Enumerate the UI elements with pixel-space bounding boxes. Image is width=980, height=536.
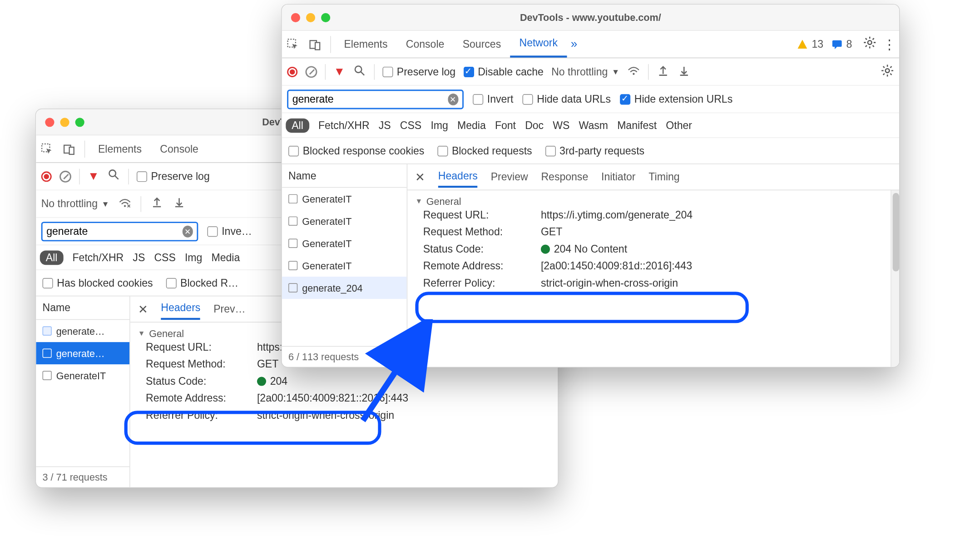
- has-blocked-cookies-checkbox[interactable]: Has blocked cookies: [43, 277, 153, 289]
- name-column-header[interactable]: Name: [282, 164, 407, 188]
- chip-css[interactable]: CSS: [154, 252, 175, 263]
- more-menu-icon[interactable]: ⋮: [880, 36, 899, 52]
- filter-input[interactable]: [292, 93, 444, 105]
- filter-input-wrap[interactable]: ✕: [287, 89, 464, 109]
- chip-js[interactable]: JS: [133, 252, 145, 263]
- general-section-title[interactable]: General: [415, 196, 891, 207]
- scrollbar[interactable]: [891, 190, 900, 367]
- clear-button[interactable]: [59, 170, 71, 182]
- settings-icon[interactable]: [860, 36, 880, 52]
- request-row[interactable]: GenerateIT: [282, 254, 407, 277]
- request-row[interactable]: GenerateIT: [282, 210, 407, 232]
- traffic-zoom[interactable]: [321, 13, 330, 22]
- chip-doc[interactable]: Doc: [525, 119, 544, 131]
- titlebar[interactable]: DevTools - www.youtube.com/: [282, 5, 899, 31]
- tab-network[interactable]: Network: [510, 31, 567, 58]
- traffic-minimize[interactable]: [306, 13, 315, 22]
- network-conditions-icon[interactable]: [627, 64, 640, 79]
- request-row[interactable]: GenerateIT: [282, 232, 407, 254]
- scrollbar-thumb[interactable]: [893, 193, 899, 272]
- chip-ws[interactable]: WS: [553, 119, 569, 131]
- preserve-log-checkbox[interactable]: Preserve log: [382, 66, 455, 78]
- invert-checkbox[interactable]: Invert: [473, 93, 513, 105]
- device-toolbar-icon[interactable]: [58, 142, 80, 155]
- import-har-icon[interactable]: [657, 64, 670, 79]
- tab-sources[interactable]: Sources: [454, 31, 510, 58]
- clear-button[interactable]: [305, 66, 317, 78]
- filter-input-wrap[interactable]: ✕: [41, 221, 198, 241]
- filter-toggle-icon[interactable]: ▼: [88, 169, 99, 183]
- clear-filter-icon[interactable]: ✕: [182, 225, 193, 237]
- chip-all[interactable]: All: [286, 118, 309, 133]
- request-row[interactable]: GenerateIT: [282, 188, 407, 210]
- disable-cache-checkbox[interactable]: Disable cache: [463, 66, 543, 78]
- invert-checkbox[interactable]: Inve…: [207, 225, 252, 237]
- throttle-select[interactable]: No throttling ▼: [551, 66, 619, 78]
- tab-timing[interactable]: Timing: [648, 167, 679, 187]
- name-column-header[interactable]: Name: [36, 296, 129, 320]
- export-har-icon[interactable]: [173, 196, 186, 212]
- filter-toggle-icon[interactable]: ▼: [333, 65, 345, 79]
- hide-extension-urls-checkbox[interactable]: Hide extension URLs: [620, 93, 733, 105]
- traffic-minimize[interactable]: [60, 117, 69, 126]
- chip-fetch[interactable]: Fetch/XHR: [318, 119, 370, 131]
- blocked-requests-checkbox[interactable]: Blocked R…: [166, 277, 238, 289]
- tab-elements[interactable]: Elements: [89, 135, 151, 162]
- tab-preview[interactable]: Preview: [491, 167, 528, 187]
- request-row[interactable]: generate…: [36, 320, 129, 342]
- third-party-requests-checkbox[interactable]: 3rd-party requests: [545, 145, 644, 157]
- network-settings-icon[interactable]: [881, 64, 894, 79]
- search-icon[interactable]: [353, 64, 366, 79]
- chip-css[interactable]: CSS: [400, 119, 421, 131]
- tab-response[interactable]: Response: [541, 167, 588, 187]
- kv-status-code: Status Code:204: [138, 373, 550, 390]
- more-tabs-icon[interactable]: »: [567, 37, 581, 51]
- blocked-response-cookies-checkbox[interactable]: Blocked response cookies: [288, 145, 424, 157]
- tab-elements[interactable]: Elements: [335, 31, 396, 58]
- chip-font[interactable]: Font: [495, 119, 516, 131]
- import-har-icon[interactable]: [150, 196, 163, 212]
- device-toolbar-icon[interactable]: [304, 38, 327, 51]
- hide-data-urls-checkbox[interactable]: Hide data URLs: [523, 93, 611, 105]
- inspect-icon[interactable]: [282, 38, 304, 51]
- throttle-select[interactable]: No throttling ▼: [41, 198, 109, 210]
- tab-headers[interactable]: Headers: [161, 298, 200, 320]
- record-button[interactable]: [41, 171, 52, 182]
- chip-all[interactable]: All: [40, 250, 64, 265]
- chip-media[interactable]: Media: [457, 119, 486, 131]
- chip-img[interactable]: Img: [185, 252, 202, 263]
- request-row[interactable]: generate…: [36, 342, 129, 364]
- chip-media[interactable]: Media: [212, 252, 240, 263]
- traffic-zoom[interactable]: [75, 117, 84, 126]
- tab-console[interactable]: Console: [151, 135, 208, 162]
- kv-status-code: Status Code:204 No Content: [415, 241, 891, 258]
- chip-fetch[interactable]: Fetch/XHR: [73, 252, 124, 263]
- tab-console[interactable]: Console: [397, 31, 454, 58]
- export-har-icon[interactable]: [678, 64, 691, 79]
- record-button[interactable]: [287, 66, 297, 77]
- chip-wasm[interactable]: Wasm: [579, 119, 608, 131]
- search-icon[interactable]: [107, 168, 120, 184]
- messages-badge[interactable]: 8: [831, 38, 852, 50]
- blocked-requests-checkbox[interactable]: Blocked requests: [437, 145, 532, 157]
- traffic-close[interactable]: [45, 117, 54, 126]
- filter-input[interactable]: [46, 225, 178, 237]
- chip-manifest[interactable]: Manifest: [617, 119, 657, 131]
- preserve-log-checkbox[interactable]: Preserve log: [137, 170, 210, 182]
- warnings-badge[interactable]: 13: [797, 38, 823, 50]
- file-icon: [288, 283, 297, 293]
- tab-initiator[interactable]: Initiator: [601, 167, 636, 187]
- inspect-icon[interactable]: [36, 142, 58, 155]
- traffic-close[interactable]: [291, 13, 300, 22]
- request-row[interactable]: generate_204: [282, 277, 407, 299]
- chip-other[interactable]: Other: [666, 119, 692, 131]
- network-conditions-icon[interactable]: [119, 196, 132, 212]
- chip-img[interactable]: Img: [431, 119, 448, 131]
- tab-headers[interactable]: Headers: [438, 166, 478, 188]
- close-details-icon[interactable]: ✕: [138, 302, 148, 317]
- close-details-icon[interactable]: ✕: [415, 170, 425, 184]
- tab-preview[interactable]: Prev…: [213, 299, 245, 319]
- request-row[interactable]: GenerateIT: [36, 364, 129, 387]
- clear-filter-icon[interactable]: ✕: [448, 93, 459, 105]
- chip-js[interactable]: JS: [379, 119, 391, 131]
